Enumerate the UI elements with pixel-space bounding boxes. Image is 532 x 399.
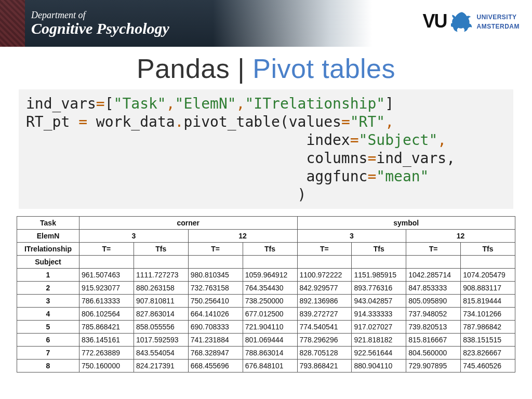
table-row: 4806.102564827.863014664.141026677.01250…	[17, 308, 515, 321]
value-cell: 804.560000	[406, 347, 461, 360]
title-part2: Pivot tables	[252, 54, 395, 84]
value-cell: 858.055556	[134, 321, 188, 334]
subject-cell: 1	[17, 269, 79, 282]
value-cell: 1111.727273	[134, 269, 188, 282]
value-cell: 843.554054	[134, 347, 188, 360]
dept-subtitle: Department of	[31, 10, 169, 20]
table-row: 6836.1451611017.592593741.231884801.0694…	[17, 334, 515, 347]
table-row: 5785.868421858.055556690.708333721.90411…	[17, 321, 515, 334]
itrel-col-2: T=	[188, 243, 243, 256]
elemn-col-1: 12	[188, 230, 297, 243]
value-cell: 721.904110	[243, 321, 297, 334]
subject-cell: 2	[17, 282, 79, 295]
uni-line2: AMSTERDAM	[477, 23, 520, 30]
idx-label-elemn: ElemN	[17, 230, 79, 243]
elemn-col-2: 3	[297, 230, 406, 243]
value-cell: 842.929577	[297, 282, 352, 295]
value-cell: 750.256410	[188, 295, 243, 308]
value-cell: 908.883117	[461, 282, 515, 295]
header-task-row: Task corner symbol	[17, 217, 515, 230]
pivot-table: Task corner symbol ElemN 3 12 3 12 ITrel…	[17, 216, 515, 373]
value-cell: 738.250000	[243, 295, 297, 308]
vu-logo-block: VU UNIVERSITY AMSTERDAM	[422, 10, 520, 32]
value-cell: 943.042857	[352, 295, 406, 308]
value-cell: 836.145161	[79, 334, 134, 347]
value-cell: 764.354430	[243, 282, 297, 295]
value-cell: 827.863014	[134, 308, 188, 321]
itrel-col-6: T=	[406, 243, 461, 256]
value-cell: 778.296296	[297, 334, 352, 347]
value-cell: 734.101266	[461, 308, 515, 321]
value-cell: 772.263889	[79, 347, 134, 360]
value-cell: 815.819444	[461, 295, 515, 308]
dept-title: Cognitive Psychology	[31, 21, 169, 36]
value-cell: 838.151515	[461, 334, 515, 347]
value-cell: 1017.592593	[134, 334, 188, 347]
value-cell: 729.907895	[406, 360, 461, 373]
table-row: 3786.613333907.810811750.256410738.25000…	[17, 295, 515, 308]
value-cell: 774.540541	[297, 321, 352, 334]
value-cell: 732.763158	[188, 282, 243, 295]
subject-cell: 6	[17, 334, 79, 347]
code-block: ind_vars=["Task","ElemN","ITrelationship…	[19, 89, 513, 209]
value-cell: 892.136986	[297, 295, 352, 308]
pivot-body: 1961.5074631111.727273980.8103451059.964…	[17, 269, 515, 373]
value-cell: 880.904110	[352, 360, 406, 373]
value-cell: 806.102564	[79, 308, 134, 321]
idx-label-subject: Subject	[17, 256, 79, 269]
value-cell: 785.868421	[79, 321, 134, 334]
value-cell: 1042.285714	[406, 269, 461, 282]
value-cell: 1059.964912	[243, 269, 297, 282]
value-cell: 745.460526	[461, 360, 515, 373]
value-cell: 893.776316	[352, 282, 406, 295]
value-cell: 824.217391	[134, 360, 188, 373]
value-cell: 676.848101	[243, 360, 297, 373]
table-row: 2915.923077880.263158732.763158764.35443…	[17, 282, 515, 295]
value-cell: 922.561644	[352, 347, 406, 360]
pivot-table-wrap: Task corner symbol ElemN 3 12 3 12 ITrel…	[17, 216, 515, 373]
value-cell: 741.231884	[188, 334, 243, 347]
itrel-col-4: T=	[297, 243, 352, 256]
value-cell: 677.012500	[243, 308, 297, 321]
idx-label-itrel: ITrelationship	[17, 243, 79, 256]
value-cell: 1074.205479	[461, 269, 515, 282]
value-cell: 739.820513	[406, 321, 461, 334]
elemn-col-0: 3	[79, 230, 189, 243]
value-cell: 907.810811	[134, 295, 188, 308]
value-cell: 1151.985915	[352, 269, 406, 282]
value-cell: 668.455696	[188, 360, 243, 373]
task-col-1: symbol	[297, 217, 515, 230]
header-elemn-row: ElemN 3 12 3 12	[17, 230, 515, 243]
value-cell: 917.027027	[352, 321, 406, 334]
value-cell: 815.816667	[406, 334, 461, 347]
value-cell: 1100.972222	[297, 269, 352, 282]
itrel-col-7: Tfs	[461, 243, 515, 256]
table-row: 7772.263889843.554054768.328947788.86301…	[17, 347, 515, 360]
value-cell: 787.986842	[461, 321, 515, 334]
dept-text: Department of Cognitive Psychology	[31, 10, 169, 36]
itrel-col-0: T=	[79, 243, 134, 256]
subject-cell: 5	[17, 321, 79, 334]
subject-cell: 3	[17, 295, 79, 308]
value-cell: 915.923077	[79, 282, 134, 295]
value-cell: 750.160000	[79, 360, 134, 373]
value-cell: 980.810345	[188, 269, 243, 282]
subject-cell: 7	[17, 347, 79, 360]
itrel-col-5: Tfs	[352, 243, 406, 256]
pivot-head: Task corner symbol ElemN 3 12 3 12 ITrel…	[17, 217, 515, 269]
table-row: 8750.160000824.217391668.455696676.84810…	[17, 360, 515, 373]
itrel-col-3: Tfs	[243, 243, 297, 256]
value-cell: 793.868421	[297, 360, 352, 373]
value-cell: 664.141026	[188, 308, 243, 321]
vu-tagline: UNIVERSITY AMSTERDAM	[477, 12, 520, 31]
vu-wordmark: VU	[422, 12, 446, 31]
task-col-0: corner	[79, 217, 298, 230]
value-cell: 801.069444	[243, 334, 297, 347]
value-cell: 805.095890	[406, 295, 461, 308]
value-cell: 788.863014	[243, 347, 297, 360]
value-cell: 828.705128	[297, 347, 352, 360]
value-cell: 768.328947	[188, 347, 243, 360]
griffin-icon	[451, 10, 473, 32]
header-itrel-row: ITrelationship T= Tfs T= Tfs T= Tfs T= T…	[17, 243, 515, 256]
value-cell: 786.613333	[79, 295, 134, 308]
